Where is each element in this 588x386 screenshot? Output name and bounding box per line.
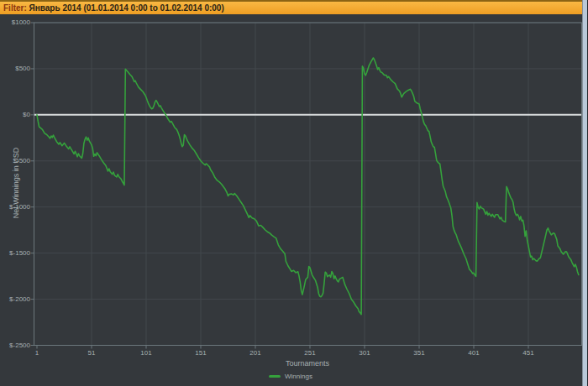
x-tick-label: 1 [24, 349, 50, 357]
x-tick-label: 301 [352, 349, 377, 357]
y-tick-label: $1000 [0, 18, 30, 27]
y-axis-title: Net Winnings in USD [12, 141, 20, 225]
x-axis-title: Tournaments [265, 359, 349, 368]
winnings-series-line [37, 58, 579, 315]
x-tick-label: 151 [188, 349, 213, 357]
plot-frame [34, 23, 582, 346]
winnings-chart-plot[interactable] [0, 0, 588, 386]
plot-border [34, 23, 582, 346]
x-tick-label: 51 [79, 349, 104, 357]
y-tick-label: $-2000 [0, 295, 30, 304]
gridlines [34, 23, 582, 346]
x-tick-label: 401 [461, 349, 486, 357]
y-tick-label: $-1500 [0, 249, 30, 258]
x-tick-label: 451 [516, 349, 541, 357]
y-tick-label: $0 [0, 111, 30, 119]
x-tick-label: 351 [407, 349, 432, 357]
x-tick-label: 251 [297, 349, 323, 357]
legend: Winnings [269, 373, 312, 380]
legend-winnings-swatch [269, 375, 281, 378]
legend-winnings-label: Winnings [285, 373, 312, 380]
y-tick-label: $500 [0, 65, 30, 73]
x-tick-label: 201 [243, 349, 268, 357]
axis-tick-marks [31, 23, 529, 349]
x-tick-label: 101 [134, 349, 159, 357]
winnings-line [37, 58, 579, 315]
